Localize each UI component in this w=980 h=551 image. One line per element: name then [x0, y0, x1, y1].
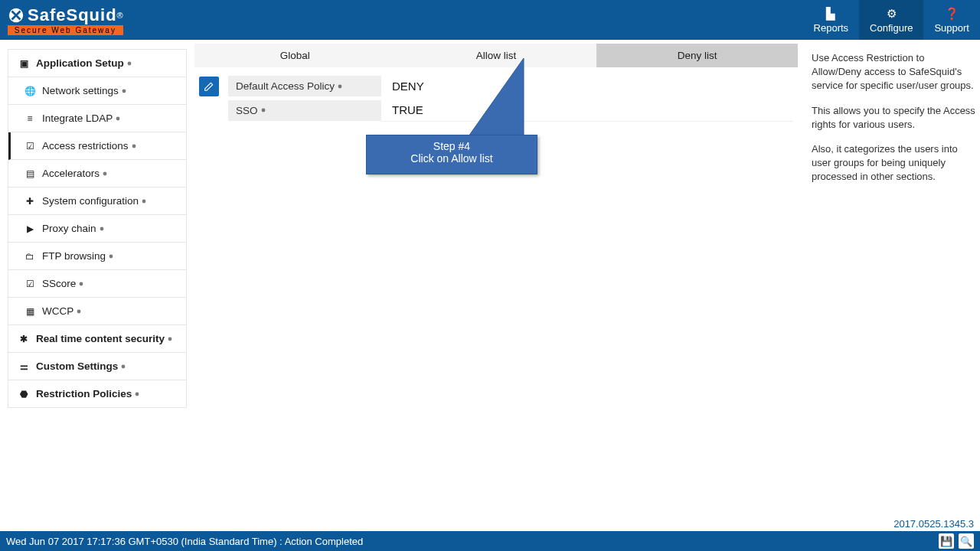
svg-point-9	[80, 282, 83, 285]
top-nav: ▙ Reports ⚙ Configure ❓ Support	[803, 0, 980, 40]
info-icon	[261, 108, 266, 112]
info-icon	[142, 199, 146, 204]
checkbox-icon: ☑	[24, 279, 36, 289]
svg-point-13	[136, 392, 139, 396]
svg-point-7	[100, 227, 103, 230]
help-icon: ❓	[945, 7, 959, 21]
brand-name: SafeSquid	[28, 5, 117, 25]
info-icon	[103, 171, 107, 176]
tab-deny-list[interactable]: Deny list	[596, 44, 798, 67]
help-text: This allows you to specify the Access ri…	[812, 104, 975, 132]
bug-icon: ✱	[18, 334, 30, 344]
callout-line2: Click on Allow list	[367, 152, 537, 165]
edit-button[interactable]	[199, 77, 219, 96]
sidebar-item-sysconf[interactable]: ✚ System configuration	[8, 187, 186, 215]
info-icon	[121, 364, 126, 369]
sidebar-label: Proxy chain	[42, 223, 96, 234]
sidebar-item-accelerators[interactable]: ▤ Accelerators	[8, 160, 186, 187]
info-icon	[100, 227, 104, 231]
search-icon: 🔍	[960, 536, 972, 547]
svg-point-5	[103, 171, 107, 175]
svg-point-4	[132, 144, 136, 148]
plug-icon: ✚	[24, 196, 36, 207]
svg-point-11	[168, 337, 172, 341]
sidebar-item-access[interactable]: ☑ Access restrictions	[8, 132, 186, 160]
sidebar-item-ftp[interactable]: 🗀 FTP browsing	[8, 243, 186, 270]
sidebar-item-wccp[interactable]: ▦ WCCP	[8, 298, 186, 325]
gears-icon: ⚙	[887, 7, 897, 21]
sidebar-item-custom[interactable]: ⚌ Custom Settings	[8, 353, 186, 380]
info-icon	[77, 309, 81, 314]
tab-global[interactable]: Global	[194, 44, 396, 67]
sidebar: ▣ Application Setup 🌐 Network settings ≡…	[0, 40, 194, 531]
svg-point-12	[122, 364, 126, 368]
svg-point-3	[116, 116, 120, 120]
help-text: Use Access Restriction to Allow/Deny acc…	[812, 51, 975, 93]
sidebar-label: Accelerators	[42, 168, 100, 179]
svg-marker-16	[469, 58, 524, 136]
sidebar-item-restrict[interactable]: ⬣ Restriction Policies	[8, 380, 186, 408]
info-icon	[116, 116, 120, 121]
nav-configure-label: Configure	[870, 22, 913, 34]
svg-point-14	[338, 84, 342, 88]
sidebar-item-proxy[interactable]: ▶ Proxy chain	[8, 215, 186, 243]
svg-point-2	[122, 89, 126, 93]
info-icon	[168, 337, 172, 341]
folder-icon: 🗀	[24, 251, 36, 262]
info-icon	[127, 61, 132, 66]
tab-label: Global	[280, 50, 310, 61]
setting-key-label: Default Access Policy	[236, 80, 335, 92]
status-text: Wed Jun 07 2017 17:17:36 GMT+0530 (India…	[6, 536, 363, 547]
sidebar-item-network[interactable]: 🌐 Network settings	[8, 77, 186, 105]
info-icon	[122, 89, 126, 93]
info-icon	[135, 392, 139, 396]
sidebar-label: WCCP	[42, 305, 74, 317]
sidebar-label: Network settings	[42, 85, 119, 96]
help-panel: Use Access Restriction to Allow/Deny acc…	[802, 44, 980, 531]
svg-point-15	[261, 109, 265, 112]
edit-icon	[204, 81, 214, 92]
nav-support-label: Support	[934, 22, 969, 34]
callout-line1: Step #4	[367, 140, 537, 152]
setting-key: SSO	[228, 100, 381, 121]
sidebar-label: Application Setup	[36, 57, 124, 69]
nav-support[interactable]: ❓ Support	[923, 0, 980, 40]
db-icon: ▤	[24, 168, 36, 179]
shield-icon: ⬣	[18, 389, 30, 399]
brand-tagline: Secure Web Gateway	[8, 26, 123, 34]
save-button[interactable]: 💾	[939, 533, 954, 549]
brand-reg: ®	[117, 11, 123, 20]
brand-block: SafeSquid ® Secure Web Gateway	[8, 5, 123, 35]
callout-box: Step #4 Click on Allow list	[366, 135, 537, 174]
sidebar-label: Real time content security	[36, 333, 165, 344]
save-icon: 💾	[940, 536, 952, 547]
sidebar-item-rtcs[interactable]: ✱ Real time content security	[8, 325, 186, 353]
sidebar-label: SScore	[42, 278, 76, 289]
nav-reports-label: Reports	[814, 22, 849, 34]
bars-icon: ▦	[24, 306, 36, 317]
version-label: 2017.0525.1345.3	[893, 518, 974, 530]
nav-reports[interactable]: ▙ Reports	[803, 0, 860, 40]
info-icon	[338, 84, 342, 89]
chart-icon: ▙	[826, 7, 835, 21]
sidebar-label: Custom Settings	[36, 360, 118, 372]
setting-key: Default Access Policy	[228, 76, 381, 96]
tab-label: Deny list	[678, 50, 717, 61]
nav-configure[interactable]: ⚙ Configure	[859, 0, 923, 40]
sidebar-item-app-setup[interactable]: ▣ Application Setup	[8, 50, 186, 77]
info-icon	[109, 254, 113, 259]
top-header: SafeSquid ® Secure Web Gateway ▙ Reports…	[0, 0, 980, 40]
sliders-icon: ⚌	[18, 361, 30, 372]
sidebar-item-sscore[interactable]: ☑ SScore	[8, 270, 186, 298]
search-button[interactable]: 🔍	[959, 533, 974, 549]
callout-arrow-icon	[432, 57, 539, 141]
sidebar-item-ldap[interactable]: ≡ Integrate LDAP	[8, 105, 186, 132]
svg-point-6	[142, 199, 146, 203]
svg-point-10	[77, 309, 81, 313]
setting-key-label: SSO	[236, 105, 258, 116]
forward-icon: ▶	[24, 223, 36, 234]
sidebar-label: Integrate LDAP	[42, 112, 113, 124]
svg-point-8	[109, 254, 113, 258]
checkbox-icon: ☑	[24, 141, 36, 152]
footer-bar: Wed Jun 07 2017 17:17:36 GMT+0530 (India…	[0, 531, 980, 551]
